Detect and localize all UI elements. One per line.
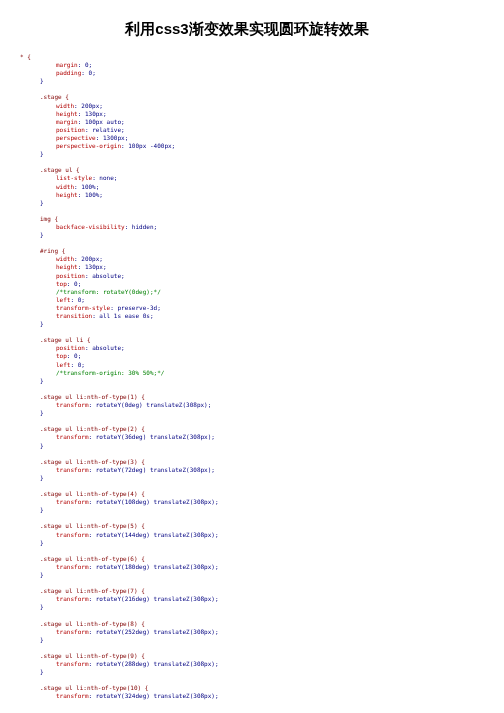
code-block: * { margin: 0; padding: 0; } .stage { wi… <box>20 53 474 701</box>
comment: /*transform-origin: 30% 50%;*/ <box>56 369 164 376</box>
prop: margin <box>56 61 78 68</box>
selector: .stage { <box>40 93 69 100</box>
prop: padding <box>56 69 81 76</box>
brace: } <box>40 77 44 84</box>
comment: /*transform: rotateY(0deg);*/ <box>56 288 161 295</box>
selector: * { <box>20 53 31 60</box>
page-title: 利用css3渐变效果实现圆环旋转效果 <box>20 20 474 39</box>
